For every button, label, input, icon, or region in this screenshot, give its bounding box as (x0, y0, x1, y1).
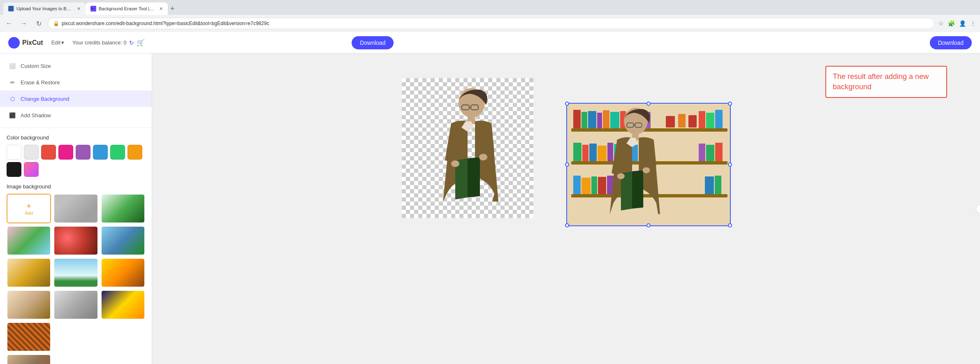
download-button-right[interactable]: Download (930, 36, 972, 49)
extensions-icon[interactable]: 🧩 (947, 19, 956, 28)
tab-2-close[interactable]: ✕ (159, 6, 163, 12)
browser-chrome: 🖼 Upload Your Images to BG Rem... ✕ ✂ Ba… (0, 0, 980, 32)
lock-icon: 🔒 (53, 21, 59, 26)
erase-restore-label: Erase & Restore (21, 79, 60, 86)
url-text: pixcut.wondershare.com/edit-background.h… (62, 21, 269, 26)
sidebar-item-erase-restore[interactable]: ✏ Erase & Restore (0, 74, 152, 90)
svg-rect-38 (715, 143, 723, 161)
header-right: Download (601, 36, 972, 49)
transform-handle-tr[interactable] (728, 102, 732, 106)
cart-icon[interactable]: 🛒 (137, 39, 145, 46)
svg-point-5 (451, 160, 459, 167)
result-background (567, 104, 730, 225)
logo-text: PixCut (22, 39, 43, 46)
add-shadow-label: Add Shadow (21, 112, 51, 118)
color-swatch-gradient[interactable] (24, 162, 39, 177)
svg-rect-22 (706, 113, 714, 128)
bg-thumb-leaf[interactable] (101, 194, 145, 223)
svg-rect-36 (699, 144, 705, 161)
result-annotation-text: The result after adding a new background (833, 72, 940, 92)
bg-thumb-door[interactable] (53, 290, 98, 320)
person-result-svg (591, 106, 673, 225)
tab-1-favicon: 🖼 (8, 6, 14, 12)
custom-size-label: Custom Size (21, 63, 51, 69)
bookmark-icon[interactable]: ☆ (938, 19, 945, 28)
original-image-panel (402, 78, 533, 218)
address-bar[interactable]: 🔒 pixcut.wondershare.com/edit-background… (48, 18, 934, 29)
back-button[interactable]: ← (3, 18, 15, 29)
svg-rect-26 (688, 115, 697, 128)
reload-button[interactable]: ↻ (33, 18, 44, 29)
bg-thumb-pink-green[interactable] (7, 226, 51, 255)
svg-point-52 (617, 173, 625, 179)
bg-thumb-gray[interactable] (53, 194, 98, 223)
pixcut-logo: PixCut (8, 37, 43, 49)
color-swatch-orange[interactable] (127, 145, 142, 160)
transform-handle-bc[interactable] (646, 223, 651, 227)
image-bg-grid: + Add (7, 194, 145, 364)
refresh-icon[interactable]: ↻ (129, 39, 134, 46)
add-image-bg-button[interactable]: + Add (7, 194, 51, 223)
new-tab-button[interactable]: + (168, 5, 177, 13)
bg-thumb-city[interactable] (101, 258, 145, 287)
change-background-label: Change Background (21, 96, 70, 102)
color-swatch-pink[interactable] (58, 145, 73, 160)
color-swatch-blue[interactable] (93, 145, 108, 160)
tab-bar: 🖼 Upload Your Images to BG Rem... ✕ ✂ Ba… (0, 0, 980, 15)
bg-thumb-sky[interactable] (53, 258, 98, 287)
svg-rect-39 (573, 176, 581, 194)
menu-icon[interactable]: ⋮ (969, 19, 977, 28)
tab-2-label: Background Eraser Tool | Wond... (99, 6, 155, 11)
bg-thumb-bokeh[interactable] (53, 226, 98, 255)
svg-point-53 (642, 167, 650, 174)
image-bg-title: Image background (7, 183, 145, 190)
tab-1[interactable]: 🖼 Upload Your Images to BG Rem... ✕ (3, 2, 86, 15)
credits-balance: Your credits balance: 0 ↻ 🛒 (72, 39, 145, 46)
color-swatch-light-gray[interactable] (24, 145, 39, 160)
add-shadow-icon: ⬛ (8, 111, 16, 119)
bg-thumb-night[interactable] (101, 290, 145, 320)
transform-handle-bl[interactable] (565, 223, 569, 227)
app-header-left: PixCut Edit ▾ Your credits balance: 0 ↻ … (8, 37, 145, 49)
svg-rect-25 (678, 114, 686, 128)
add-label: Add (25, 211, 33, 216)
download-button-header[interactable]: Download (352, 36, 394, 49)
toolbar-icons: ☆ 🧩 👤 ⋮ (938, 19, 977, 28)
app-header: PixCut Edit ▾ Your credits balance: 0 ↻ … (0, 32, 980, 53)
bg-thumb-arch[interactable] (7, 258, 51, 287)
sidebar-item-add-shadow[interactable]: ⬛ Add Shadow (0, 107, 152, 123)
color-bg-title: Color background (7, 134, 145, 141)
transform-handle-ml[interactable] (565, 162, 569, 167)
color-swatch-green[interactable] (110, 145, 125, 160)
transform-handle-mr[interactable] (728, 162, 732, 167)
panel-content: Color background Image background (0, 128, 152, 364)
transform-handle-tc[interactable] (646, 102, 651, 106)
color-swatch-black[interactable] (7, 162, 21, 177)
edit-menu[interactable]: Edit ▾ (48, 38, 67, 47)
svg-point-6 (479, 154, 487, 160)
sidebar-item-custom-size[interactable]: ⬜ Custom Size (0, 58, 152, 74)
profile-icon[interactable]: 👤 (958, 19, 967, 28)
color-swatch-white[interactable] (7, 145, 21, 160)
add-plus-icon: + (26, 202, 32, 211)
bg-thumb-vintage[interactable] (7, 354, 51, 364)
sidebar-collapse-arrow[interactable]: ‹ (976, 204, 980, 213)
custom-size-icon: ⬜ (8, 62, 16, 70)
svg-rect-46 (715, 176, 721, 194)
transform-handle-tl[interactable] (565, 102, 569, 106)
transform-handle-br[interactable] (728, 223, 732, 227)
bg-thumb-pattern[interactable] (7, 322, 51, 352)
bg-thumb-outdoor[interactable] (101, 226, 145, 255)
color-swatch-purple[interactable] (76, 145, 90, 160)
svg-rect-11 (573, 110, 581, 128)
result-panel-border[interactable] (566, 103, 731, 226)
svg-rect-12 (582, 112, 587, 128)
sidebar-item-change-background[interactable]: ⬡ Change Background (0, 90, 152, 107)
person-svg (426, 86, 509, 218)
browser-toolbar: ← → ↻ 🔒 pixcut.wondershare.com/edit-back… (0, 15, 980, 32)
forward-button[interactable]: → (18, 18, 30, 29)
tab-2[interactable]: ✂ Background Eraser Tool | Wond... ✕ (86, 2, 168, 15)
color-swatch-red[interactable] (41, 145, 56, 160)
tab-1-close[interactable]: ✕ (77, 6, 81, 12)
bg-thumb-bookshelf[interactable] (7, 290, 51, 320)
